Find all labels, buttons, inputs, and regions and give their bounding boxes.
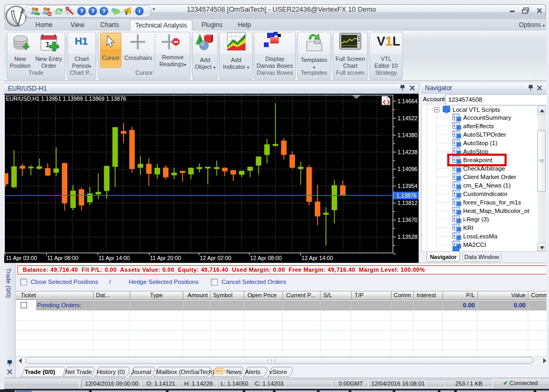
svg-text:MA2CCI: MA2CCI bbox=[463, 242, 486, 248]
svg-text:11 Apr 14:00: 11 Apr 14:00 bbox=[99, 255, 130, 261]
svg-text:CustomIndicator: CustomIndicator bbox=[463, 191, 508, 197]
svg-text:1.13670: 1.13670 bbox=[397, 217, 418, 223]
svg-text:1.14238: 1.14238 bbox=[397, 149, 418, 155]
svg-text:1: 1 bbox=[46, 40, 50, 49]
svg-text:1.13528: 1.13528 bbox=[397, 234, 418, 240]
svg-text:1.14096: 1.14096 bbox=[397, 166, 418, 172]
svg-text:Journal: Journal bbox=[131, 369, 152, 375]
svg-text:Net Trade: Net Trade bbox=[65, 369, 92, 375]
svg-text:AccountSummary: AccountSummary bbox=[463, 114, 511, 121]
svg-text:1.13812: 1.13812 bbox=[397, 200, 418, 206]
svg-text:Mailbox (OmSaiTech): Mailbox (OmSaiTech) bbox=[156, 369, 215, 375]
svg-text:History (0): History (0) bbox=[97, 369, 125, 375]
svg-text:1.13876: 1.13876 bbox=[396, 192, 417, 199]
svg-text:Client Market Order: Client Market Order bbox=[463, 174, 517, 180]
svg-text:11 Apr 20:00: 11 Apr 20:00 bbox=[150, 255, 181, 261]
svg-text:KRI: KRI bbox=[463, 225, 473, 231]
svg-text:vStore: vStore bbox=[269, 369, 287, 375]
svg-text:AutoSLTPOrder: AutoSLTPOrder bbox=[463, 131, 506, 138]
svg-text:EUR/USD,H1 1.13951 1.13989 1.1: EUR/USD,H1 1.13951 1.13989 1.13869 1.138… bbox=[6, 95, 126, 102]
svg-text:AutoStop (1): AutoStop (1) bbox=[463, 140, 498, 146]
svg-text:Trade (0/0): Trade (0/0) bbox=[25, 369, 56, 375]
svg-text:LossLessMa: LossLessMa bbox=[463, 233, 498, 239]
svg-text:Local VTL Scripts: Local VTL Scripts bbox=[453, 106, 500, 113]
svg-text:12 Apr 14:00: 12 Apr 14:00 bbox=[302, 255, 333, 261]
svg-text:afterEffects: afterEffects bbox=[463, 123, 494, 129]
svg-text:NEW: NEW bbox=[216, 369, 224, 373]
svg-text:Heat_Map_Multicolor_ot: Heat_Map_Multicolor_ot bbox=[463, 208, 529, 214]
svg-text:forex_Fraus_for_m1s: forex_Fraus_for_m1s bbox=[463, 199, 521, 206]
svg-text:12 Apr 08:00: 12 Apr 08:00 bbox=[250, 255, 282, 261]
svg-text:1.14664: 1.14664 bbox=[397, 98, 418, 104]
svg-text:1.13954: 1.13954 bbox=[397, 183, 418, 189]
svg-text:1.14522: 1.14522 bbox=[397, 115, 418, 121]
svg-text:cm_EA_News (1): cm_EA_News (1) bbox=[463, 182, 511, 189]
svg-text:11 Apr 08:00: 11 Apr 08:00 bbox=[47, 255, 78, 261]
svg-text:11 Apr 03:00: 11 Apr 03:00 bbox=[6, 255, 37, 261]
svg-text:Alerts: Alerts bbox=[245, 369, 261, 375]
svg-text:News: News bbox=[226, 369, 242, 375]
svg-text:i-Regr (3): i-Regr (3) bbox=[463, 216, 489, 222]
svg-text:1.14380: 1.14380 bbox=[397, 132, 418, 138]
svg-text:Breakpoint: Breakpoint bbox=[463, 157, 493, 163]
svg-text:12 Apr 02:00: 12 Apr 02:00 bbox=[200, 255, 232, 261]
